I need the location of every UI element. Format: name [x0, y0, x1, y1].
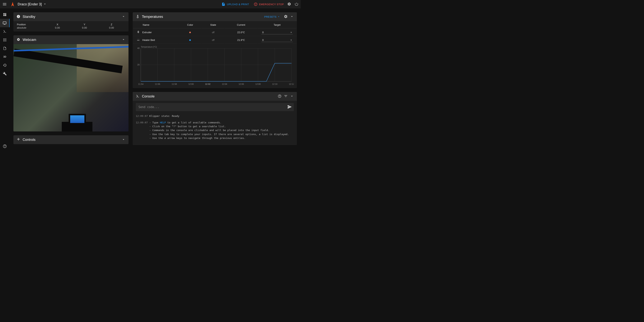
emergency-stop-label: EMERGENCY STOP [259, 3, 284, 6]
color-dot [189, 39, 191, 41]
position-label: Position [17, 23, 44, 26]
heater-current: 21.9°C [237, 39, 245, 42]
send-icon[interactable] [287, 105, 292, 110]
target-select[interactable]: 0▾ [262, 31, 293, 34]
x-value: 0.00 [44, 26, 71, 29]
heater-state: off [212, 31, 214, 34]
standby-panel: Standby Position absolute X 0.00 Y [14, 12, 128, 32]
x-label: X [44, 23, 71, 26]
nav-console[interactable] [0, 27, 10, 36]
webcam-title: Webcam [23, 38, 36, 42]
svg-rect-10 [137, 40, 140, 41]
upload-print-button[interactable]: UPLOAD & PRINT [222, 2, 249, 6]
topbar: Draco [Ender 3] UPLOAD & PRINT EMERGENCY… [0, 0, 301, 9]
svg-text:12:06: 12:06 [238, 83, 244, 85]
y-value: 0.00 [71, 26, 98, 29]
power-button[interactable] [294, 2, 298, 7]
y-label: Y [71, 23, 98, 26]
info-icon [16, 15, 20, 19]
svg-text:12:02: 12:02 [205, 83, 210, 85]
temperatures-title: Temperatures [142, 15, 163, 19]
th-current: Current [225, 22, 257, 29]
svg-rect-6 [18, 16, 18, 17]
controls-title: Controls [23, 138, 36, 142]
nav-history[interactable] [0, 61, 10, 70]
controls-panel: Controls [14, 135, 128, 144]
svg-text:11:56: 11:56 [155, 83, 160, 85]
z-value: 0.00 [98, 26, 125, 29]
filter-icon[interactable] [284, 94, 288, 99]
chevron-down-icon[interactable] [122, 38, 126, 42]
svg-text:Temperature [°C]: Temperature [°C] [141, 46, 157, 48]
nav-3d[interactable]: 3D [0, 53, 10, 61]
gear-icon[interactable] [284, 15, 288, 19]
webcam-panel: Webcam [14, 35, 128, 131]
svg-text:20: 20 [137, 64, 140, 66]
presets-button[interactable]: PRESETS [264, 15, 280, 18]
svg-text:12:04: 12:04 [222, 83, 227, 85]
nav-monitor[interactable] [0, 19, 10, 27]
svg-text:40: 40 [137, 47, 140, 49]
table-row: Extruderoff22.0°C0▾ [133, 29, 296, 36]
nav-gcode-files[interactable] [0, 44, 10, 53]
sidebar: 3D [0, 9, 10, 150]
nav-heightmap[interactable] [0, 36, 10, 44]
console-panel: Console 12:09:07Klipper state: Ready12:0… [133, 92, 297, 145]
nav-dashboard[interactable] [0, 10, 10, 19]
chevron-down-icon[interactable] [122, 138, 126, 142]
chevron-down-icon[interactable] [122, 15, 126, 19]
webcam-feed[interactable] [14, 44, 128, 131]
nav-tune[interactable] [0, 70, 10, 78]
heater-current: 22.0°C [237, 31, 245, 34]
svg-text:12:00: 12:00 [188, 83, 194, 85]
z-label: Z [98, 23, 125, 26]
svg-text:12:10: 12:10 [272, 83, 278, 85]
controls-icon [16, 138, 20, 142]
console-icon [136, 94, 140, 99]
standby-title: Standby [23, 15, 35, 19]
help-button[interactable] [0, 144, 10, 148]
bed-icon [136, 38, 140, 42]
svg-point-9 [18, 39, 19, 40]
extruder-icon [136, 30, 140, 34]
console-log: 12:09:07Klipper state: Ready12:09:07- Ty… [136, 114, 294, 140]
app-logo-icon [10, 2, 15, 7]
printer-select-chevron-icon[interactable] [43, 2, 47, 7]
th-name: Name [133, 22, 178, 29]
svg-text:11:58: 11:58 [172, 83, 177, 85]
console-input[interactable] [138, 104, 287, 110]
svg-point-2 [256, 5, 256, 5]
console-help-icon[interactable] [278, 94, 282, 99]
th-target: Target [258, 22, 296, 29]
svg-rect-7 [18, 16, 18, 16]
th-color: Color [179, 22, 201, 29]
th-state: State [202, 22, 224, 29]
emergency-stop-button[interactable]: EMERGENCY STOP [254, 2, 284, 6]
camera-icon [16, 38, 20, 42]
temperature-chart: Temperature [°C]204011:5411:5611:5812:00… [134, 46, 294, 86]
settings-button[interactable] [287, 2, 291, 7]
thermometer-icon [136, 15, 140, 19]
svg-text:12:12: 12:12 [289, 83, 294, 85]
target-select[interactable]: 0▾ [262, 38, 293, 42]
svg-text:11:54: 11:54 [138, 83, 144, 85]
console-title: Console [142, 94, 154, 98]
heater-name: Heater Bed [142, 39, 155, 42]
color-dot [189, 32, 191, 33]
heater-state: off [212, 39, 214, 42]
chevron-down-icon[interactable] [290, 15, 294, 19]
printer-title[interactable]: Draco [Ender 3] [18, 2, 42, 6]
upload-print-label: UPLOAD & PRINT [227, 3, 249, 6]
temperatures-panel: Temperatures PRESETS Name Color Stat [133, 12, 297, 88]
menu-button[interactable] [2, 2, 7, 7]
table-row: Heater Bedoff21.9°C0▾ [133, 37, 296, 44]
position-value: absolute [17, 26, 44, 29]
heater-name: Extruder [142, 31, 152, 34]
chevron-down-icon[interactable] [290, 94, 294, 99]
svg-text:12:08: 12:08 [256, 83, 261, 85]
